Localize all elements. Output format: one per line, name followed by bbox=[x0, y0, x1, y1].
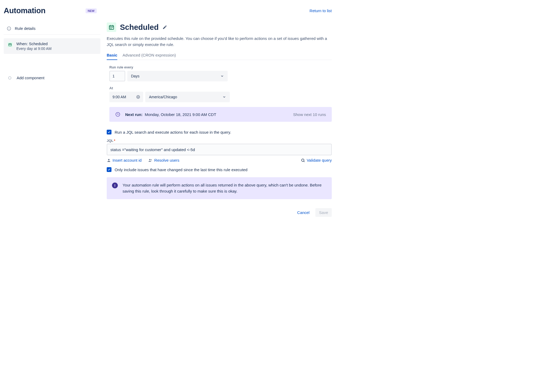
at-label: At bbox=[109, 86, 332, 90]
svg-rect-15 bbox=[111, 27, 112, 28]
jql-checkbox-label: Run a JQL search and execute actions for… bbox=[115, 130, 231, 134]
svg-rect-17 bbox=[110, 29, 111, 29]
add-component-button[interactable]: Add component bbox=[4, 72, 100, 84]
new-badge: NEW bbox=[86, 8, 97, 13]
validate-query-link[interactable]: Validate query bbox=[301, 158, 332, 162]
rule-details-item[interactable]: Rule details bbox=[4, 22, 100, 35]
chevron-down-icon bbox=[222, 95, 226, 99]
cancel-button[interactable]: Cancel bbox=[295, 208, 312, 217]
circle-icon bbox=[8, 76, 11, 80]
warning-text: Your automation rule will perform action… bbox=[123, 182, 326, 194]
required-indicator: * bbox=[114, 139, 115, 143]
svg-rect-9 bbox=[11, 45, 11, 45]
next-run-banner: Next run: Monday, October 18, 2021 9:00 … bbox=[109, 107, 332, 122]
section-title: Scheduled bbox=[120, 23, 159, 32]
interval-input[interactable] bbox=[109, 71, 125, 81]
tab-basic[interactable]: Basic bbox=[107, 53, 117, 60]
svg-rect-16 bbox=[112, 27, 113, 28]
user-icon bbox=[107, 158, 111, 162]
info-icon bbox=[7, 26, 11, 31]
info-icon: ! bbox=[112, 183, 118, 188]
next-run-value-text: Monday, October 18, 2021 9:00 AM CDT bbox=[145, 112, 216, 117]
only-changed-checkbox[interactable] bbox=[107, 167, 111, 172]
time-value: 9:00 AM bbox=[113, 95, 126, 99]
warning-banner: ! Your automation rule will perform acti… bbox=[107, 177, 332, 199]
trigger-title: When: Scheduled bbox=[16, 41, 52, 46]
chevron-down-icon bbox=[220, 74, 224, 78]
section-description: Executes this rule on the provided sched… bbox=[107, 36, 332, 48]
svg-rect-18 bbox=[111, 29, 112, 29]
tab-advanced[interactable]: Advanced (CRON expression) bbox=[123, 53, 176, 60]
svg-rect-14 bbox=[110, 27, 111, 28]
next-run-label: Next run: bbox=[125, 112, 143, 117]
svg-point-20 bbox=[108, 159, 109, 160]
svg-rect-8 bbox=[10, 45, 10, 45]
edit-icon[interactable] bbox=[162, 25, 167, 30]
run-every-label: Run rule every bbox=[109, 65, 332, 69]
only-changed-label: Only include issues that have changed si… bbox=[115, 167, 247, 172]
insert-account-id-link[interactable]: Insert account id bbox=[107, 158, 142, 162]
add-component-label: Add component bbox=[17, 76, 44, 80]
svg-point-22 bbox=[151, 159, 152, 160]
trigger-card[interactable]: When: Scheduled Every day at 9:00 AM bbox=[4, 38, 100, 54]
jql-search-checkbox[interactable] bbox=[107, 130, 111, 134]
calendar-icon bbox=[7, 42, 13, 47]
svg-point-21 bbox=[149, 159, 151, 160]
rule-details-label: Rule details bbox=[15, 26, 35, 31]
show-next-runs-link[interactable]: Show next 10 runs bbox=[293, 112, 326, 117]
save-button[interactable]: Save bbox=[315, 208, 332, 217]
page-title: Automation bbox=[4, 6, 45, 15]
trigger-subtitle: Every day at 9:00 AM bbox=[16, 46, 52, 51]
jql-input[interactable] bbox=[107, 144, 332, 155]
return-to-list-link[interactable]: Return to list bbox=[310, 8, 332, 13]
clear-icon[interactable]: ✕ bbox=[136, 95, 140, 99]
time-input[interactable]: 9:00 AM ✕ bbox=[109, 92, 143, 102]
jql-field-label: JQL* bbox=[107, 139, 332, 143]
unit-value: Days bbox=[131, 74, 139, 78]
calendar-icon bbox=[107, 22, 116, 32]
unit-select[interactable]: Days bbox=[127, 71, 228, 81]
timezone-value: America/Chicago bbox=[149, 95, 177, 99]
svg-line-24 bbox=[304, 161, 305, 162]
timezone-select[interactable]: America/Chicago bbox=[145, 92, 230, 102]
search-icon bbox=[301, 158, 305, 162]
clock-icon bbox=[115, 112, 120, 117]
svg-point-23 bbox=[302, 159, 304, 161]
users-icon bbox=[148, 158, 153, 162]
resolve-users-link[interactable]: Resolve users bbox=[148, 158, 179, 162]
svg-rect-7 bbox=[9, 45, 10, 45]
